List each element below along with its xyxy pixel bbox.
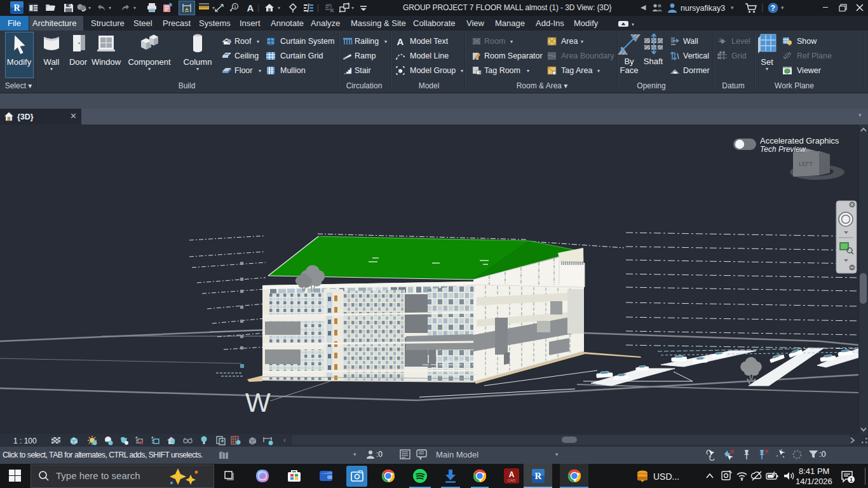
- svg-text:1: 1: [850, 477, 853, 483]
- svg-text:CAD: CAD: [508, 478, 516, 482]
- svg-text:LEFT: LEFT: [799, 161, 813, 167]
- svg-text:W: W: [245, 388, 271, 417]
- svg-text:?: ?: [771, 4, 775, 13]
- svg-text:R: R: [535, 471, 542, 481]
- svg-text:R: R: [13, 3, 20, 13]
- svg-text:1: 1: [234, 4, 236, 9]
- svg-text:A: A: [509, 470, 515, 479]
- svg-text:A: A: [247, 3, 254, 13]
- svg-text:Accelerated Graphics: Accelerated Graphics: [760, 136, 839, 146]
- svg-text:A: A: [397, 36, 404, 46]
- svg-text:-1: -1: [718, 37, 722, 41]
